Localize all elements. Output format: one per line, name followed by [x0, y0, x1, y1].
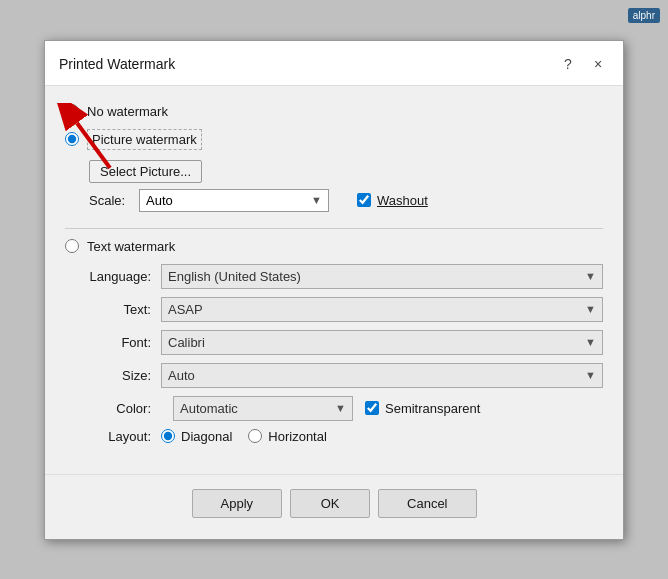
picture-watermark-row: Picture watermark	[65, 129, 603, 150]
text-value: ASAP	[168, 302, 203, 317]
font-value: Calibri	[168, 335, 205, 350]
size-row: Size: Auto ▼	[89, 363, 603, 388]
picture-watermark-radio[interactable]	[65, 132, 79, 146]
picture-section: Select Picture... Scale: Auto ▼ Washout	[89, 160, 603, 212]
title-bar-right: ? ×	[555, 51, 611, 77]
text-watermark-section: Language: English (United States) ▼ Text…	[89, 264, 603, 444]
font-select[interactable]: Calibri ▼	[161, 330, 603, 355]
language-value: English (United States)	[168, 269, 301, 284]
cancel-button[interactable]: Cancel	[378, 489, 476, 518]
help-button[interactable]: ?	[555, 51, 581, 77]
size-label: Size:	[89, 368, 161, 383]
text-label: Text:	[89, 302, 161, 317]
language-row: Language: English (United States) ▼	[89, 264, 603, 289]
layout-label: Layout:	[89, 429, 161, 444]
semitransparent-checkbox[interactable]	[365, 401, 379, 415]
scale-dropdown-arrow: ▼	[311, 194, 322, 206]
title-bar-left: Printed Watermark	[59, 56, 175, 72]
horizontal-label[interactable]: Horizontal	[268, 429, 327, 444]
dialog-footer: Apply OK Cancel	[45, 474, 623, 532]
semitransparent-row: Semitransparent	[365, 401, 480, 416]
horizontal-option: Horizontal	[248, 429, 327, 444]
apply-button[interactable]: Apply	[192, 489, 283, 518]
text-select[interactable]: ASAP ▼	[161, 297, 603, 322]
scale-select[interactable]: Auto ▼	[139, 189, 329, 212]
no-watermark-radio[interactable]	[65, 104, 79, 118]
no-watermark-row: No watermark	[65, 104, 603, 119]
semitransparent-label[interactable]: Semitransparent	[385, 401, 480, 416]
scale-value: Auto	[146, 193, 173, 208]
picture-watermark-label[interactable]: Picture watermark	[87, 129, 202, 150]
color-dropdown-arrow: ▼	[335, 402, 346, 414]
font-row: Font: Calibri ▼	[89, 330, 603, 355]
ok-button[interactable]: OK	[290, 489, 370, 518]
washout-row: Washout	[357, 193, 428, 208]
title-bar: Printed Watermark ? ×	[45, 41, 623, 86]
color-row: Color: Automatic ▼ Semitransparent	[89, 396, 603, 421]
select-picture-button[interactable]: Select Picture...	[89, 160, 202, 183]
language-label: Language:	[89, 269, 161, 284]
font-dropdown-arrow: ▼	[585, 336, 596, 348]
corner-badge: alphr	[628, 8, 660, 23]
dialog-title: Printed Watermark	[59, 56, 175, 72]
size-select[interactable]: Auto ▼	[161, 363, 603, 388]
close-button[interactable]: ×	[585, 51, 611, 77]
text-row: Text: ASAP ▼	[89, 297, 603, 322]
font-label: Font:	[89, 335, 161, 350]
size-value: Auto	[168, 368, 195, 383]
size-dropdown-arrow: ▼	[585, 369, 596, 381]
printed-watermark-dialog: Printed Watermark ? × No watermark Pictu…	[44, 40, 624, 540]
scale-row: Scale: Auto ▼ Washout	[89, 189, 603, 212]
text-dropdown-arrow: ▼	[585, 303, 596, 315]
washout-label[interactable]: Washout	[377, 193, 428, 208]
horizontal-radio[interactable]	[248, 429, 262, 443]
text-watermark-label[interactable]: Text watermark	[87, 239, 175, 254]
color-select[interactable]: Automatic ▼	[173, 396, 353, 421]
no-watermark-label[interactable]: No watermark	[87, 104, 168, 119]
select-btn-wrapper: Select Picture...	[89, 160, 603, 183]
text-watermark-row: Text watermark	[65, 239, 603, 254]
color-value: Automatic	[180, 401, 238, 416]
section-divider	[65, 228, 603, 229]
layout-options: Diagonal Horizontal	[161, 429, 327, 444]
diagonal-radio[interactable]	[161, 429, 175, 443]
language-select[interactable]: English (United States) ▼	[161, 264, 603, 289]
diagonal-option: Diagonal	[161, 429, 232, 444]
dialog-content: No watermark Picture watermark	[45, 86, 623, 466]
scale-label: Scale:	[89, 193, 127, 208]
layout-row: Layout: Diagonal Horizontal	[89, 429, 603, 444]
text-watermark-radio[interactable]	[65, 239, 79, 253]
diagonal-label[interactable]: Diagonal	[181, 429, 232, 444]
language-dropdown-arrow: ▼	[585, 270, 596, 282]
washout-checkbox[interactable]	[357, 193, 371, 207]
color-label: Color:	[89, 401, 161, 416]
